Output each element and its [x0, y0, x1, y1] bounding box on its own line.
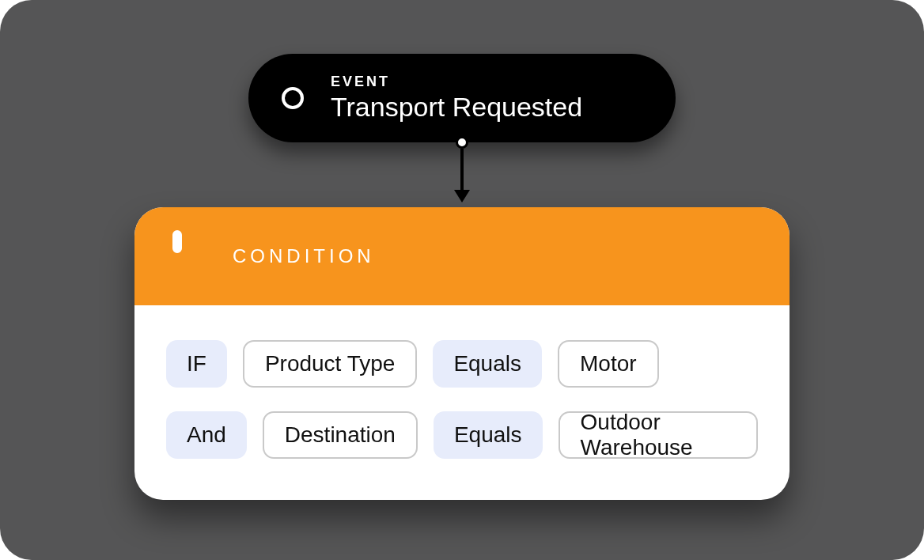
event-type-label: EVENT	[331, 74, 582, 90]
field-chip-destination[interactable]: Destination	[263, 411, 418, 459]
operator-chip-equals[interactable]: Equals	[433, 340, 542, 388]
condition-row: And Destination Equals Outdoor Warehouse	[166, 411, 758, 459]
event-output-port[interactable]	[456, 136, 468, 149]
condition-header: CONDITION	[134, 207, 790, 305]
workflow-canvas: EVENT Transport Requested CONDITION IF P…	[0, 0, 924, 560]
diamond-icon	[166, 235, 209, 278]
condition-type-label: CONDITION	[233, 245, 375, 267]
event-circle-icon	[282, 87, 304, 109]
condition-row: IF Product Type Equals Motor	[166, 340, 758, 388]
connector-line	[460, 149, 464, 193]
event-node[interactable]: EVENT Transport Requested	[248, 54, 676, 142]
value-chip-outdoor-warehouse[interactable]: Outdoor Warehouse	[559, 411, 758, 459]
connector-chip-and[interactable]: And	[166, 411, 247, 459]
condition-body: IF Product Type Equals Motor And Destina…	[134, 305, 790, 500]
event-texts: EVENT Transport Requested	[331, 74, 582, 123]
connector-chip-if[interactable]: IF	[166, 340, 227, 388]
field-chip-product-type[interactable]: Product Type	[243, 340, 417, 388]
value-chip-motor[interactable]: Motor	[558, 340, 659, 388]
condition-node[interactable]: CONDITION IF Product Type Equals Motor A…	[134, 207, 790, 500]
event-title: Transport Requested	[331, 92, 582, 123]
operator-chip-equals[interactable]: Equals	[434, 411, 543, 459]
arrow-down-icon	[454, 190, 470, 202]
